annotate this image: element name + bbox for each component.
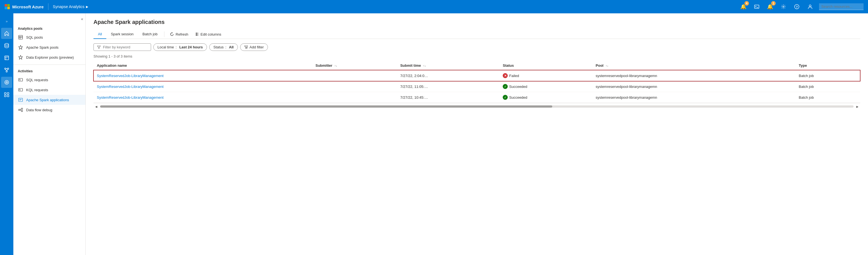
brand-logo: Microsoft Azure: [4, 4, 44, 9]
tab-batch-job[interactable]: Batch job: [138, 30, 162, 39]
sidebar-item-spark-pools[interactable]: Apache Spark pools: [13, 42, 85, 52]
add-filter-button[interactable]: Add filter: [240, 43, 268, 51]
svg-point-15: [7, 68, 9, 69]
topbar-search-input[interactable]: [819, 3, 864, 10]
horizontal-scrollbar[interactable]: ◀ ▶: [93, 103, 860, 110]
spark-pools-icon: [18, 44, 23, 50]
svg-rect-1: [7, 4, 10, 7]
svg-point-14: [5, 68, 6, 69]
monitor-nav-icon[interactable]: [1, 77, 12, 88]
azure-logo-icon: [4, 4, 10, 9]
develop-icon[interactable]: [1, 52, 12, 63]
time-filter-pill[interactable]: Local time : Last 24 hours: [153, 43, 207, 51]
kql-requests-label: KQL requests: [26, 88, 48, 92]
type-cell: Batch job: [796, 70, 860, 81]
sidebar-item-spark-apps[interactable]: Apache Spark applications: [13, 95, 85, 105]
tab-divider: [164, 31, 164, 37]
notifications-icon[interactable]: 🔔 4: [739, 2, 748, 11]
pool-cell: systemreservedpool-librarymanagemn: [592, 81, 796, 92]
time-filter-value: Last 24 hours: [179, 45, 203, 49]
sql-pools-label: SQL pools: [26, 35, 43, 39]
sidebar-item-sql-requests[interactable]: SQL requests: [13, 75, 85, 85]
scroll-left-icon[interactable]: ◀: [93, 104, 99, 109]
keyword-input[interactable]: [103, 45, 148, 49]
refresh-button[interactable]: Refresh: [167, 31, 192, 38]
tab-all[interactable]: All: [93, 30, 106, 39]
topbar-divider: [48, 3, 49, 10]
account-icon[interactable]: [806, 2, 814, 11]
app-name-link[interactable]: SystemReservedJob-LibraryManagement: [97, 85, 163, 89]
sidebar-collapse[interactable]: «: [13, 15, 85, 23]
col-app-name[interactable]: Application name: [93, 61, 312, 70]
svg-rect-11: [5, 56, 9, 60]
type-cell: Batch job: [796, 92, 860, 103]
app-name-link[interactable]: SystemReservedJob-LibraryManagement: [97, 95, 163, 100]
svg-point-41: [22, 108, 23, 109]
svg-rect-37: [19, 98, 23, 101]
svg-rect-0: [5, 4, 7, 7]
svg-rect-25: [4, 95, 6, 97]
submitter-cell: [312, 92, 397, 103]
home-nav-icon[interactable]: [1, 28, 12, 39]
data-explorer-label: Data Explorer pools (preview): [26, 55, 74, 60]
spark-apps-label: Apache Spark applications: [26, 98, 69, 102]
sidebar-item-kql-requests[interactable]: KQL requests: [13, 85, 85, 95]
keyword-filter[interactable]: [93, 43, 151, 51]
submit-time-cell: 7/27/22, 11:05:…: [397, 81, 500, 92]
manage-icon[interactable]: [1, 89, 12, 100]
sidebar-item-data-flow[interactable]: Data flow debug: [13, 105, 85, 115]
scroll-right-icon[interactable]: ▶: [855, 104, 860, 109]
svg-line-18: [5, 69, 7, 71]
tab-spark-session[interactable]: Spark session: [106, 30, 138, 39]
table-row[interactable]: SystemReservedJob-LibraryManagement7/27/…: [93, 81, 860, 92]
scroll-thumb[interactable]: [100, 105, 552, 107]
refresh-icon: [170, 32, 174, 36]
sidebar-item-sql-pools[interactable]: SQL pools: [13, 32, 85, 42]
submit-time-cell: 7/27/22, 10:45:…: [397, 92, 500, 103]
table-row[interactable]: SystemReservedJob-LibraryManagement7/27/…: [93, 92, 860, 103]
edit-columns-icon: [195, 32, 199, 36]
sidebar-item-data-explorer[interactable]: Data Explorer pools (preview): [13, 52, 85, 62]
data-icon[interactable]: [1, 40, 12, 51]
col-submitter[interactable]: Submitter ↑↓: [312, 61, 397, 70]
edit-columns-button[interactable]: Edit columns: [192, 31, 224, 38]
svg-point-42: [22, 110, 23, 112]
status-filter-pill[interactable]: Status : All: [209, 43, 238, 51]
col-submit-time[interactable]: Submit time ↑↓: [397, 61, 500, 70]
integrate-icon[interactable]: [1, 65, 12, 76]
table-header-row: Application name Submitter ↑↓ Submit tim…: [93, 61, 860, 70]
svg-rect-34: [19, 89, 23, 91]
add-filter-label: Add filter: [250, 45, 264, 49]
app-name-link[interactable]: SystemReservedJob-LibraryManagement: [97, 74, 163, 78]
success-icon: ✓: [503, 84, 508, 89]
spark-apps-icon: [18, 97, 23, 103]
sql-requests-icon: [18, 77, 23, 83]
collapse-icon[interactable]: »: [1, 15, 12, 27]
cloud-shell-icon[interactable]: [752, 2, 761, 11]
pool-cell: systemreservedpool-librarymanagemn: [592, 92, 796, 103]
pool-cell: systemreservedpool-librarymanagemn: [592, 70, 796, 81]
svg-rect-24: [7, 93, 9, 94]
status-badge: ✕Failed: [503, 73, 519, 78]
main-panel: Apache Spark applications All Spark sess…: [86, 13, 868, 255]
submitter-cell: [312, 70, 397, 81]
col-type: Type: [796, 61, 860, 70]
applications-table: Application name Submitter ↑↓ Submit tim…: [93, 61, 860, 103]
alerts-icon[interactable]: 🔔 1: [766, 2, 775, 11]
topbar-service[interactable]: Synapse Analytics ▶: [53, 4, 89, 9]
data-flow-icon: [18, 107, 23, 113]
svg-line-44: [20, 110, 22, 111]
settings-icon[interactable]: [779, 2, 788, 11]
kql-requests-icon: [18, 87, 23, 93]
help-icon[interactable]: ?: [792, 2, 801, 11]
filter-icon: [97, 45, 101, 49]
submit-time-cell: 7/27/22, 2:04:0…: [397, 70, 500, 81]
data-explorer-icon: [18, 55, 23, 60]
scroll-track[interactable]: [100, 105, 854, 107]
svg-point-10: [5, 43, 9, 45]
table-row[interactable]: SystemReservedJob-LibraryManagement7/27/…: [93, 70, 860, 81]
type-cell: Batch job: [796, 81, 860, 92]
svg-rect-23: [4, 93, 6, 94]
activities-section: Activities: [13, 65, 85, 75]
col-pool[interactable]: Pool ↑↓: [592, 61, 796, 70]
